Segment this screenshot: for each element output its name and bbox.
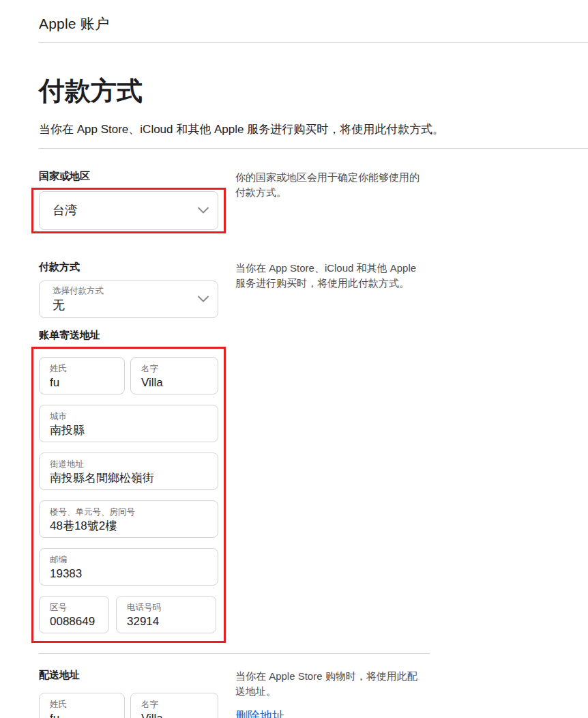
field-value: 南投縣: [50, 423, 212, 438]
field-value: fu: [50, 375, 119, 390]
field-value: 32914: [127, 614, 210, 629]
country-description: 你的国家或地区会用于确定你能够使用的付款方式。: [235, 170, 426, 200]
page-content: Apple 账户 付款方式 当你在 App Store、iCloud 和其他 A…: [39, 0, 588, 718]
highlight-box-billing: 姓氏 fu 名字 Villa 城市 南投縣 街道地址: [31, 347, 226, 643]
shipping-section: 配送地址 姓氏 fu 名字 Villa 当你在 Apple Store 购物时，…: [39, 669, 588, 718]
billing-section-label: 账单寄送地址: [39, 329, 226, 341]
section-divider: [39, 653, 430, 654]
shipping-first-name-field[interactable]: 名字 Villa: [130, 693, 218, 718]
page-intro: 当你在 App Store、iCloud 和其他 Apple 服务进行购买时，将…: [39, 122, 588, 137]
delete-address-link[interactable]: 删除地址: [235, 708, 284, 718]
country-section: 国家或地区 台湾 你的国家或地区会用于确定你能够使用的付款方式。: [39, 170, 588, 233]
highlight-box-country: 台湾: [31, 188, 226, 233]
billing-last-name-field[interactable]: 姓氏 fu: [39, 357, 125, 394]
billing-unit-field[interactable]: 楼号、单元号、房间号 48巷18號2樓: [39, 500, 218, 538]
billing-street-field[interactable]: 街道地址 南投縣名間鄉松嶺街: [39, 453, 218, 490]
app-header: Apple 账户: [39, 0, 588, 43]
billing-first-name-field[interactable]: 名字 Villa: [130, 357, 218, 394]
field-label: 邮编: [50, 555, 212, 565]
chevron-down-icon: [198, 296, 209, 302]
field-label: 姓氏: [50, 700, 119, 710]
field-label: 区号: [50, 603, 103, 613]
country-section-label: 国家或地区: [39, 170, 226, 182]
billing-city-field[interactable]: 城市 南投縣: [39, 405, 218, 442]
country-select[interactable]: 台湾: [39, 191, 218, 230]
shipping-section-label: 配送地址: [39, 669, 226, 681]
payment-section-label: 付款方式: [39, 261, 226, 273]
field-value: fu: [50, 711, 119, 718]
field-label: 街道地址: [50, 459, 212, 470]
field-label: 城市: [50, 412, 212, 422]
payment-section: 付款方式 选择付款方式 无 账单寄送地址 姓氏 fu: [39, 261, 588, 643]
chevron-down-icon: [198, 207, 209, 214]
field-value: Villa: [141, 711, 212, 718]
payment-select-value: 无: [53, 298, 193, 313]
app-title: Apple 账户: [39, 14, 588, 33]
payment-description: 当你在 App Store、iCloud 和其他 Apple 服务进行购买时，将…: [235, 261, 426, 291]
billing-phone-field[interactable]: 电话号码 32914: [116, 596, 216, 633]
shipping-last-name-field[interactable]: 姓氏 fu: [39, 693, 125, 718]
field-value: Villa: [141, 375, 212, 390]
payment-method-select[interactable]: 选择付款方式 无: [39, 281, 218, 318]
field-value: 0088649: [50, 614, 103, 629]
field-label: 姓氏: [50, 364, 119, 374]
intro-section: 付款方式 当你在 App Store、iCloud 和其他 Apple 服务进行…: [39, 77, 588, 149]
page-title: 付款方式: [39, 77, 588, 106]
field-label: 电话号码: [127, 603, 210, 613]
field-label: 名字: [141, 700, 212, 710]
payment-select-label: 选择付款方式: [53, 286, 193, 296]
field-value: 48巷18號2樓: [50, 519, 212, 534]
country-select-value: 台湾: [53, 203, 193, 218]
billing-area-code-field[interactable]: 区号 0088649: [39, 596, 109, 633]
shipping-form: 姓氏 fu 名字 Villa: [39, 693, 226, 718]
field-label: 楼号、单元号、房间号: [50, 507, 212, 517]
shipping-description: 当你在 Apple Store 购物时，将使用此配送地址。: [235, 669, 426, 699]
billing-zip-field[interactable]: 邮编 19383: [39, 548, 218, 586]
field-value: 19383: [50, 566, 212, 581]
field-value: 南投縣名間鄉松嶺街: [50, 471, 212, 486]
field-label: 名字: [141, 364, 212, 374]
billing-form: 姓氏 fu 名字 Villa 城市 南投縣 街道地址: [39, 357, 218, 633]
